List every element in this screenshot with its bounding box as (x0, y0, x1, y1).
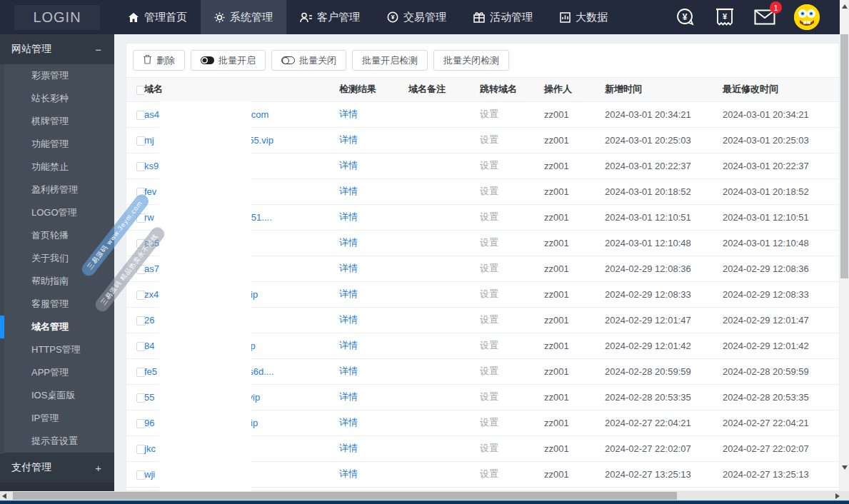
receipt-yen-icon[interactable]: ¥ (714, 6, 735, 28)
jump-settings-link[interactable]: 设置 (480, 314, 498, 325)
detail-link[interactable]: 详情 (339, 314, 358, 325)
detail-link[interactable]: 详情 (339, 443, 358, 453)
domain-link[interactable]: ks9 (144, 161, 159, 171)
nav-item-5[interactable]: 大数据 (546, 0, 621, 34)
created-time-cell: 2024-03-01 12:10:51 (605, 204, 723, 230)
vertical-scroll-thumb[interactable] (840, 34, 848, 278)
detail-link[interactable]: 详情 (339, 263, 358, 273)
nav-item-label: 活动管理 (490, 11, 533, 24)
detail-link[interactable]: 详情 (339, 186, 358, 196)
sidebar-item-14[interactable]: IOS桌面版 (0, 384, 114, 407)
modified-time-cell: 2024-02-29 12:01:42 (723, 333, 839, 358)
detail-link[interactable]: 详情 (339, 391, 358, 402)
created-time-cell: 2024-03-01 12:10:48 (605, 230, 723, 256)
domain-link[interactable]: as7 (144, 263, 159, 274)
jump-settings-link[interactable]: 设置 (480, 237, 498, 248)
yen-exchange-icon[interactable]: ¥ (674, 6, 695, 28)
nav-item-2[interactable]: 客户管理 (286, 0, 373, 34)
bigdata-icon (560, 12, 571, 23)
avatar[interactable] (794, 4, 820, 30)
detail-link[interactable]: 详情 (339, 288, 358, 299)
horizontal-scroll-thumb[interactable] (13, 492, 677, 500)
nav-item-1[interactable]: 系统管理 (201, 0, 286, 34)
nav-item-4[interactable]: 活动管理 (460, 0, 546, 34)
sidebar-item-11[interactable]: 域名管理 (0, 316, 114, 338)
domain-link[interactable]: as4 (144, 109, 159, 120)
jump-settings-link[interactable]: 设置 (480, 468, 498, 479)
jump-settings-link[interactable]: 设置 (480, 109, 498, 119)
toolbar-button-1[interactable]: 批量开启 (191, 50, 266, 71)
jump-settings-link[interactable]: 设置 (480, 443, 498, 453)
domain-link[interactable]: wji (144, 469, 155, 480)
nav-item-0[interactable]: 管理首页 (114, 0, 201, 34)
sidebar-item-3[interactable]: 功能管理 (0, 133, 114, 156)
operator-cell: zz001 (544, 204, 605, 230)
jump-settings-link[interactable]: 设置 (480, 340, 498, 351)
column-header-6: 最近修改时间 (723, 78, 839, 101)
sidebar-item-12[interactable]: HTTPS管理 (0, 338, 114, 361)
vertical-scrollbar[interactable] (840, 0, 849, 491)
detail-link[interactable]: 详情 (339, 211, 358, 222)
detail-link[interactable]: 详情 (339, 468, 358, 479)
collapse-icon[interactable]: − (95, 44, 101, 56)
domain-link[interactable]: jkc (144, 443, 156, 454)
detail-link[interactable]: 详情 (339, 340, 358, 351)
operator-cell: zz001 (544, 307, 605, 333)
domain-link[interactable]: 26 (144, 315, 154, 326)
sidebar-item-16[interactable]: 提示音设置 (0, 430, 114, 453)
sidebar-item-0[interactable]: 彩票管理 (0, 64, 114, 87)
jump-settings-link[interactable]: 设置 (480, 391, 498, 402)
scroll-left-arrow-icon[interactable] (2, 493, 6, 499)
remark-cell (408, 307, 480, 333)
domain-link[interactable]: fe5 (144, 366, 157, 377)
scroll-up-arrow-icon[interactable] (842, 4, 848, 9)
horizontal-scrollbar[interactable] (0, 491, 849, 500)
toolbar-button-2[interactable]: 批量关闭 (271, 50, 346, 71)
jump-settings-link[interactable]: 设置 (480, 211, 498, 222)
modified-time-cell: 2024-02-27 22:04:21 (723, 410, 839, 435)
jump-settings-link[interactable]: 设置 (480, 263, 498, 273)
toolbar-button-3[interactable]: 批量开启检测 (352, 50, 428, 71)
sidebar-item-2[interactable]: 棋牌管理 (0, 110, 114, 133)
detail-link[interactable]: 详情 (339, 109, 358, 119)
jump-settings-link[interactable]: 设置 (480, 288, 498, 299)
sidebar-group-payment[interactable]: 支付管理 + (0, 453, 114, 483)
sidebar-item-13[interactable]: APP管理 (0, 361, 114, 384)
modified-time-cell: 2024-03-01 20:18:52 (723, 178, 839, 204)
toolbar-button-4[interactable]: 批量关闭检测 (433, 50, 509, 71)
detail-link[interactable]: 详情 (339, 366, 358, 376)
sidebar-item-4[interactable]: 功能禁止 (0, 156, 114, 178)
scroll-right-arrow-icon[interactable] (835, 493, 840, 499)
jump-settings-link[interactable]: 设置 (480, 366, 498, 376)
jump-settings-link[interactable]: 设置 (480, 417, 498, 428)
jump-settings-link[interactable]: 设置 (480, 134, 498, 145)
domain-link[interactable]: rw (144, 212, 154, 223)
sidebar-item-7[interactable]: 首页轮播 (0, 224, 114, 247)
mail-icon[interactable]: 1 (754, 6, 775, 28)
domain-link[interactable]: fev (144, 186, 156, 197)
detail-link[interactable]: 详情 (339, 160, 358, 171)
jump-settings-link[interactable]: 设置 (480, 186, 498, 196)
toolbar-button-0[interactable]: 删除 (133, 50, 185, 71)
created-time-cell: 2024-03-01 20:18:52 (605, 178, 723, 204)
sidebar-item-1[interactable]: 站长彩种 (0, 87, 114, 110)
sidebar-item-6[interactable]: LOGO管理 (0, 201, 114, 224)
detail-link[interactable]: 详情 (339, 417, 358, 428)
created-time-cell: 2024-02-29 12:08:33 (605, 281, 723, 307)
expand-icon[interactable]: + (95, 462, 101, 474)
domain-link[interactable]: 96 (144, 418, 154, 428)
sidebar-item-9[interactable]: 帮助指南 (0, 270, 114, 293)
domain-link[interactable]: 55 (144, 392, 154, 403)
domain-link[interactable]: mj (144, 135, 154, 146)
domain-link[interactable]: zx4 (144, 289, 159, 300)
topbar-nav: 管理首页系统管理客户管理¥交易管理活动管理大数据 (114, 0, 621, 34)
detail-link[interactable]: 详情 (339, 134, 358, 145)
sidebar-item-5[interactable]: 盈利榜管理 (0, 178, 114, 201)
nav-item-3[interactable]: ¥交易管理 (373, 0, 460, 34)
domain-link[interactable]: 84 (144, 341, 154, 351)
sidebar-group-website[interactable]: 网站管理 − (0, 34, 114, 64)
detail-link[interactable]: 详情 (339, 237, 358, 248)
sidebar-item-15[interactable]: IP管理 (0, 407, 114, 430)
scroll-down-arrow-icon[interactable] (842, 465, 848, 470)
jump-settings-link[interactable]: 设置 (480, 160, 498, 171)
